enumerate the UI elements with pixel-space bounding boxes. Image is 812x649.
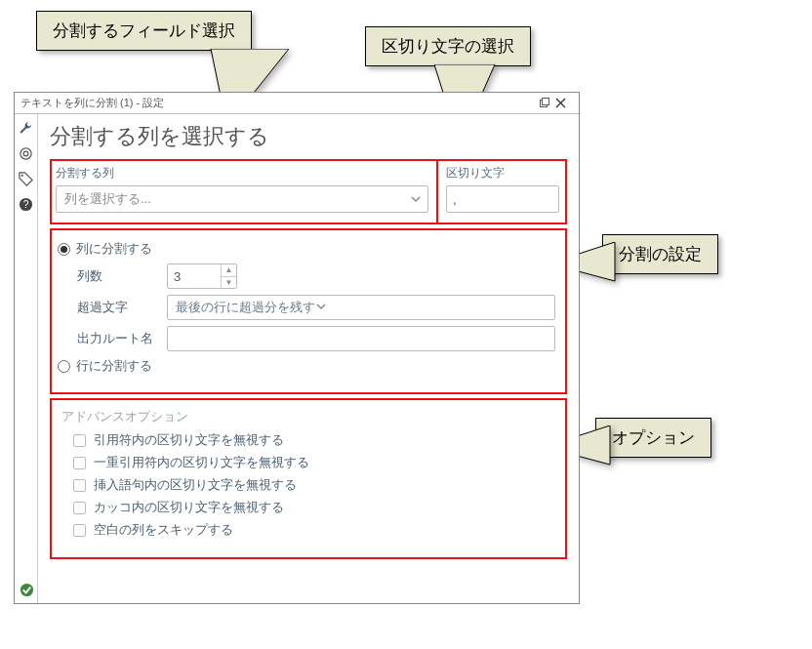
advanced-options-box: アドバンスオプション 引用符内の区切り文字を無視する 一重引用符内の区切り文字を… bbox=[50, 398, 567, 559]
radio-split-to-rows[interactable]: 行に分割する bbox=[58, 357, 555, 375]
chevron-down-icon bbox=[315, 301, 327, 315]
target-icon[interactable] bbox=[19, 145, 34, 161]
chevron-down-icon bbox=[410, 193, 422, 208]
page-title: 分割する列を選択する bbox=[50, 122, 567, 151]
split-column-select[interactable]: 列を選択する... bbox=[56, 185, 428, 213]
config-dialog: テキストを列に分割 (1) - 設定 ? 分割する bbox=[14, 92, 580, 604]
delimiter-label: 区切り文字 bbox=[446, 165, 559, 182]
spinner-down-icon[interactable]: ▼ bbox=[222, 277, 236, 289]
chk-ignore-brackets[interactable]: 挿入語句内の区切り文字を無視する bbox=[73, 476, 555, 494]
close-icon[interactable] bbox=[555, 98, 573, 108]
num-spinner[interactable]: ▲ ▼ bbox=[221, 264, 236, 288]
spinner-up-icon[interactable]: ▲ bbox=[222, 264, 236, 277]
wrench-icon[interactable] bbox=[19, 120, 34, 136]
svg-point-2 bbox=[20, 147, 31, 158]
ok-icon[interactable] bbox=[19, 582, 34, 597]
radio-split-to-cols[interactable]: 列に分割する bbox=[58, 240, 555, 258]
main-panel: 分割する列を選択する 分割する列 列を選択する... 区切り文字 , bbox=[38, 114, 579, 603]
svg-point-3 bbox=[23, 151, 28, 156]
split-column-placeholder: 列を選択する... bbox=[64, 190, 151, 208]
callout-delimiter-select: 区切り文字の選択 bbox=[365, 26, 531, 66]
window-title: テキストを列に分割 (1) - 設定 bbox=[20, 96, 538, 110]
callout-field-select: 分割するフィールド選択 bbox=[36, 11, 252, 51]
overflow-label: 超過文字 bbox=[77, 299, 155, 316]
svg-point-4 bbox=[21, 174, 23, 176]
chk-ignore-single-quotes[interactable]: 一重引用符内の区切り文字を無視する bbox=[73, 454, 555, 471]
advanced-title: アドバンスオプション bbox=[61, 408, 555, 426]
chk-skip-blank[interactable]: 空白の列をスキップする bbox=[73, 521, 555, 539]
svg-point-7 bbox=[20, 583, 32, 595]
svg-rect-1 bbox=[543, 98, 549, 104]
output-root-label: 出力ルート名 bbox=[77, 330, 155, 347]
help-icon[interactable]: ? bbox=[19, 196, 34, 212]
split-column-label: 分割する列 bbox=[56, 165, 428, 182]
svg-text:?: ? bbox=[23, 199, 29, 210]
split-settings-box: 列に分割する 列数 3 ▲ ▼ 超過文字 最後の行に超過分を残す bbox=[50, 228, 567, 394]
restore-icon[interactable] bbox=[538, 98, 555, 109]
chk-ignore-parens[interactable]: カッコ内の区切り文字を無視する bbox=[73, 499, 555, 516]
delimiter-input[interactable]: , bbox=[446, 185, 559, 213]
radio-icon bbox=[58, 243, 70, 256]
titlebar: テキストを列に分割 (1) - 設定 bbox=[15, 93, 579, 114]
num-cols-label: 列数 bbox=[77, 267, 155, 285]
output-root-input[interactable] bbox=[167, 326, 555, 351]
sidebar: ? bbox=[15, 114, 38, 603]
tag-icon[interactable] bbox=[19, 171, 34, 186]
chk-ignore-quotes[interactable]: 引用符内の区切り文字を無視する bbox=[73, 431, 555, 449]
overflow-select[interactable]: 最後の行に超過分を残す bbox=[167, 295, 555, 320]
radio-icon bbox=[58, 360, 70, 373]
num-cols-input[interactable]: 3 ▲ ▼ bbox=[167, 264, 237, 289]
